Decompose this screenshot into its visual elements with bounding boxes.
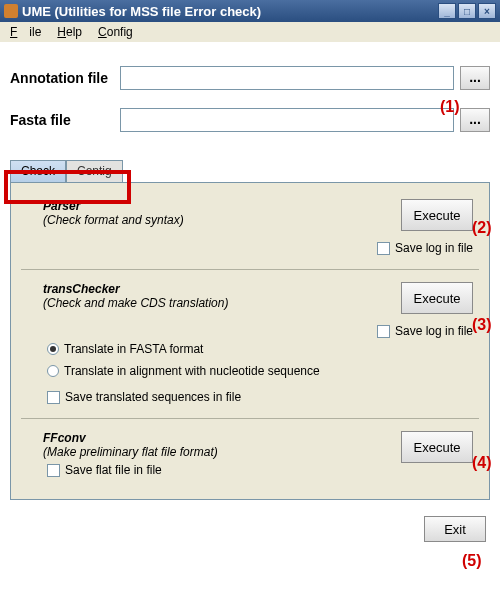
trans-savelog-label: Save log in file	[395, 324, 473, 338]
parser-savelog-checkbox[interactable]	[377, 242, 390, 255]
annotation-file-row: Annotation file ...	[10, 66, 490, 90]
trans-opt1-row: Translate in FASTA format	[47, 342, 473, 356]
exit-button[interactable]: Exit	[424, 516, 486, 542]
trans-savelog-checkbox[interactable]	[377, 325, 390, 338]
trans-saveseq-checkbox[interactable]	[47, 391, 60, 404]
ffconv-saveflat-checkbox[interactable]	[47, 464, 60, 477]
parser-title: Parser	[43, 199, 184, 213]
parser-subtitle: (Check format and syntax)	[43, 213, 184, 227]
title-bar: UME (Utilities for MSS file Error check)…	[0, 0, 500, 22]
parser-savelog-label: Save log in file	[395, 241, 473, 255]
trans-subtitle: (Check and make CDS translation)	[43, 296, 228, 310]
trans-execute-button[interactable]: Execute	[401, 282, 473, 314]
check-panel: Parser (Check format and syntax) Execute…	[10, 182, 490, 500]
ffconv-subtitle: (Make preliminary flat file format)	[43, 445, 218, 459]
trans-opt2-label: Translate in alignment with nucleotide s…	[64, 364, 320, 378]
trans-saveseq-row: Save translated sequences in file	[47, 390, 473, 404]
ffconv-section: FFconv (Make preliminary flat file forma…	[21, 421, 479, 489]
ffconv-saveflat-label: Save flat file in file	[65, 463, 162, 477]
annotation-file-input[interactable]	[120, 66, 454, 90]
fasta-file-label: Fasta file	[10, 112, 120, 128]
menu-bar: File Help Config	[0, 22, 500, 42]
tab-check[interactable]: Check	[10, 160, 66, 182]
annotation-file-label: Annotation file	[10, 70, 120, 86]
menu-help[interactable]: Help	[51, 23, 88, 41]
menu-config[interactable]: Config	[92, 23, 139, 41]
tab-row: Check Contig	[10, 160, 494, 182]
transchecker-section: transChecker (Check and make CDS transla…	[21, 272, 479, 416]
trans-opt2-row: Translate in alignment with nucleotide s…	[47, 364, 473, 378]
annotation-5: (5)	[462, 552, 482, 570]
maximize-button[interactable]: □	[458, 3, 476, 19]
menu-file[interactable]: File	[4, 23, 47, 41]
window-title: UME (Utilities for MSS file Error check)	[22, 4, 438, 19]
trans-opt2-radio[interactable]	[47, 365, 59, 377]
parser-execute-button[interactable]: Execute	[401, 199, 473, 231]
trans-opt1-radio[interactable]	[47, 343, 59, 355]
close-button[interactable]: ×	[478, 3, 496, 19]
trans-title: transChecker	[43, 282, 228, 296]
java-icon	[4, 4, 18, 18]
fasta-file-row: Fasta file ...	[10, 108, 490, 132]
minimize-button[interactable]: _	[438, 3, 456, 19]
fasta-browse-button[interactable]: ...	[460, 108, 490, 132]
tab-contig[interactable]: Contig	[66, 160, 123, 182]
ffconv-title: FFconv	[43, 431, 218, 445]
fasta-file-input[interactable]	[120, 108, 454, 132]
ffconv-execute-button[interactable]: Execute	[401, 431, 473, 463]
trans-saveseq-label: Save translated sequences in file	[65, 390, 241, 404]
client-area: Annotation file ... Fasta file ... Check…	[0, 42, 500, 548]
annotation-browse-button[interactable]: ...	[460, 66, 490, 90]
parser-section: Parser (Check format and syntax) Execute…	[21, 189, 479, 267]
trans-opt1-label: Translate in FASTA format	[64, 342, 203, 356]
